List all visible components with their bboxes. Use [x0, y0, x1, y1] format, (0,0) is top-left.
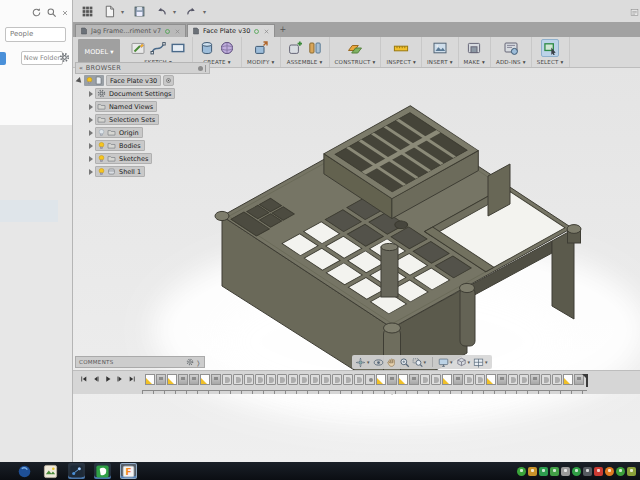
timeline-feature-fillet[interactable]: [332, 374, 342, 385]
timeline-ruler[interactable]: [142, 390, 587, 394]
undo-icon[interactable]: [155, 5, 168, 18]
timeline-feature-sketch[interactable]: [442, 374, 452, 385]
caret-down-icon[interactable]: ▾: [450, 359, 453, 365]
tray-icon-10[interactable]: [616, 467, 625, 476]
timeline-playhead[interactable]: [586, 374, 588, 387]
new-component-icon[interactable]: [286, 39, 304, 57]
rect-tool-icon[interactable]: [169, 39, 187, 57]
visibility-bulb-icon[interactable]: [85, 76, 94, 85]
tray-icon-3[interactable]: [539, 467, 548, 476]
viewports-icon[interactable]: [473, 357, 484, 368]
sphere-icon[interactable]: [218, 39, 236, 57]
timeline-feature-extrude[interactable]: [530, 374, 540, 385]
collapse-panel-icon[interactable]: «: [79, 64, 83, 72]
gear-icon[interactable]: [186, 358, 194, 366]
orbit-icon[interactable]: [355, 357, 366, 368]
look-at-icon[interactable]: [373, 357, 384, 368]
taskbar-app-fusion-360[interactable]: F: [120, 463, 137, 479]
timeline-feature-extrude[interactable]: [156, 374, 166, 385]
close-icon[interactable]: [61, 9, 69, 17]
bulb-icon[interactable]: [97, 141, 106, 150]
timeline-feature-sketch[interactable]: [376, 374, 386, 385]
expand-icon[interactable]: [89, 156, 93, 162]
expand-icon[interactable]: [89, 169, 93, 175]
browser-item-selection-sets[interactable]: Selection Sets: [75, 113, 210, 126]
expand-icon[interactable]: ❭: [196, 359, 201, 366]
toolbar-group-label[interactable]: INSERT ▾: [427, 59, 453, 65]
browser-item-sketches[interactable]: Sketches: [75, 152, 210, 165]
timeline-feature-fillet[interactable]: [255, 374, 265, 385]
toolbar-group-label[interactable]: MODIFY ▾: [247, 59, 275, 65]
timeline-feature-fillet[interactable]: [541, 374, 551, 385]
timeline-feature-fillet[interactable]: [277, 374, 287, 385]
go-to-start-button[interactable]: [79, 374, 89, 385]
add-ins-icon[interactable]: [502, 39, 520, 57]
timeline-feature-extrude[interactable]: [409, 374, 419, 385]
play-button[interactable]: [103, 374, 113, 385]
tray-icon-4[interactable]: [550, 467, 559, 476]
toolbar-group-label[interactable]: ADD-INS ▾: [496, 59, 526, 65]
expand-icon[interactable]: [89, 130, 93, 136]
timeline-feature-extrude[interactable]: [189, 374, 199, 385]
3d-print-icon[interactable]: [465, 39, 483, 57]
timeline-feature-extrude[interactable]: [178, 374, 188, 385]
expand-icon[interactable]: [76, 77, 84, 85]
taskbar-app-network-app[interactable]: [68, 463, 85, 479]
measure-icon[interactable]: [392, 39, 410, 57]
toolbar-group-inspect[interactable]: INSPECT ▾: [381, 37, 422, 67]
toolbar-group-add-ins[interactable]: ADD-INS ▾: [491, 37, 532, 67]
browser-item-document-settings[interactable]: Document Settings: [75, 87, 210, 100]
expand-icon[interactable]: [89, 91, 93, 97]
plane-icon[interactable]: [346, 39, 364, 57]
timeline-feature-sketch[interactable]: [398, 374, 408, 385]
timeline-feature-fillet[interactable]: [321, 374, 331, 385]
expand-icon[interactable]: [89, 117, 93, 123]
browser-item-shell-1[interactable]: Shell 1: [75, 165, 210, 178]
grid-display-icon[interactable]: [456, 357, 467, 368]
timeline-feature-fillet[interactable]: [431, 374, 441, 385]
timeline-feature-extrude[interactable]: [497, 374, 507, 385]
tray-icon-5[interactable]: [561, 467, 570, 476]
timeline-feature-fillet[interactable]: [299, 374, 309, 385]
expand-icon[interactable]: [89, 104, 93, 110]
toolbar-group-construct[interactable]: CONSTRUCT ▾: [330, 37, 382, 67]
toolbar-group-label[interactable]: SELECT ▾: [537, 59, 564, 65]
tray-icon-1[interactable]: [517, 467, 526, 476]
expand-icon[interactable]: [89, 143, 93, 149]
step-forward-button[interactable]: [115, 374, 125, 385]
taskbar-app-app-blue-circle[interactable]: [16, 463, 33, 479]
pan-icon[interactable]: [386, 357, 397, 368]
toolbar-group-make[interactable]: MAKE ▾: [459, 37, 491, 67]
insert-image-icon[interactable]: [431, 39, 449, 57]
search-icon[interactable]: [46, 7, 57, 18]
press-pull-icon[interactable]: [252, 39, 270, 57]
timeline-feature-sketch[interactable]: [563, 374, 573, 385]
close-tab-icon[interactable]: [263, 28, 270, 35]
timeline-feature-sketch[interactable]: [200, 374, 210, 385]
close-tab-icon[interactable]: [174, 28, 181, 35]
bulb-off-icon[interactable]: [97, 128, 106, 137]
sketch-icon[interactable]: [129, 39, 147, 57]
timeline-feature-fillet[interactable]: [288, 374, 298, 385]
tray-icon-6[interactable]: [572, 467, 581, 476]
browser-item-bodies[interactable]: Bodies: [75, 139, 210, 152]
tray-icon-2[interactable]: [528, 467, 537, 476]
data-panel-file-list[interactable]: [0, 125, 72, 462]
refresh-icon[interactable]: [31, 7, 42, 18]
comments-bar[interactable]: COMMENTS ❭: [75, 356, 205, 368]
tray-icon-8[interactable]: [594, 467, 603, 476]
timeline-feature-fillet[interactable]: [266, 374, 276, 385]
timeline-feature-fillet[interactable]: [354, 374, 364, 385]
tray-icon-9[interactable]: [605, 467, 614, 476]
extrude-icon[interactable]: [198, 39, 216, 57]
file-list-item-highlight[interactable]: [0, 200, 58, 222]
taskbar-app-evernote[interactable]: [94, 463, 111, 479]
timeline-feature-fillet[interactable]: [464, 374, 474, 385]
step-back-button[interactable]: [91, 374, 101, 385]
timeline-feature-extrude[interactable]: [453, 374, 463, 385]
window-list-icon[interactable]: [630, 8, 639, 17]
timeline-feature-fillet[interactable]: [343, 374, 353, 385]
save-icon[interactable]: [133, 5, 146, 18]
joint-icon[interactable]: [306, 39, 324, 57]
tray-icon-11[interactable]: [627, 467, 636, 476]
